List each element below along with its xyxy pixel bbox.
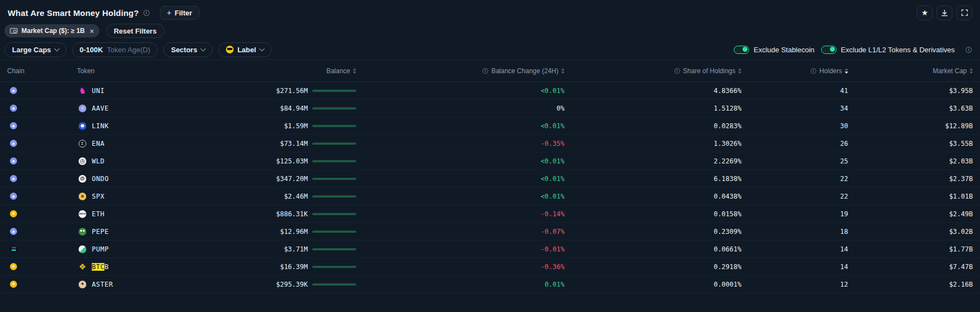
close-icon[interactable]: × xyxy=(90,27,94,35)
table-body: ◆ ♞ UNI $271.56M <0.01% 4.8366% 41 $3.95… xyxy=(0,82,980,293)
share-of-holdings-value: 1.3026% xyxy=(564,140,741,147)
holders-value: 26 xyxy=(741,140,848,147)
aave-token-icon: ☺ xyxy=(79,105,86,112)
favorite-button[interactable]: ★ xyxy=(917,6,933,20)
table-row[interactable]: ◆ @ ONDO $347.20M <0.01% 6.1838% 22 $2.3… xyxy=(0,170,980,188)
sectors-label: Sectors xyxy=(171,46,197,54)
aster-token-icon: ✦ xyxy=(79,281,86,288)
token-symbol: SPX xyxy=(92,193,104,200)
column-header-holders[interactable]: i Holders xyxy=(741,67,848,75)
balance-bar xyxy=(312,125,356,127)
chain-cell: ◆ xyxy=(7,87,77,94)
token-cell[interactable]: ❖ BTCB xyxy=(77,263,247,271)
market-cap-value: $7.47B xyxy=(848,263,973,271)
table-row[interactable]: PUMP $3.71M -0.01% 0.0661% 14 $1.77B xyxy=(0,240,980,258)
balance-bar-cell xyxy=(308,178,356,180)
exclude-l1l2-toggle-group: Exclude L1/L2 Tokens & Derivatives xyxy=(821,46,955,54)
ethereum-chain-icon: ◆ xyxy=(10,157,17,165)
token-age-filter[interactable]: 0-100K Token Age(D) xyxy=(72,42,158,57)
token-cell[interactable]: Σ ENA xyxy=(77,140,247,147)
label-dropdown[interactable]: Label xyxy=(218,42,272,57)
table-row[interactable]: ◆ Σ ENA $73.14M -0.35% 1.3026% 26 $3.55B xyxy=(0,135,980,152)
uni-token-icon: ♞ xyxy=(79,87,86,95)
market-cap-value: $12.89B xyxy=(848,122,973,130)
share-info-icon[interactable]: i xyxy=(674,68,680,74)
holders-info-icon[interactable]: i xyxy=(810,68,817,74)
add-filter-button[interactable]: + Filter xyxy=(160,6,200,20)
share-of-holdings-value: 2.2269% xyxy=(564,157,741,165)
column-header-share-of-holdings[interactable]: i Share of Holdings xyxy=(564,67,741,75)
market-cap-size-dropdown[interactable]: Large Caps xyxy=(4,42,67,57)
table-row[interactable]: ◆ ☻ SPX $2.46M <0.01% 0.0438% 22 $1.01B xyxy=(0,188,980,205)
market-cap-value: $3.02B xyxy=(848,228,973,236)
token-cell[interactable]: PEPE xyxy=(77,228,247,236)
balance-bar xyxy=(312,195,356,198)
balance-bar xyxy=(312,160,356,162)
balance-value: $84.94M xyxy=(247,105,308,112)
holders-value: 34 xyxy=(741,105,848,112)
sort-icon[interactable] xyxy=(970,68,973,74)
chain-cell: ◆ xyxy=(7,228,77,235)
token-cell[interactable]: ☺ AAVE xyxy=(77,105,247,112)
table-row[interactable]: ❖ WETH ETH $886.31K -0.14% 0.0158% 19 $2… xyxy=(0,205,980,223)
share-of-holdings-value: 0.0283% xyxy=(564,122,741,130)
token-symbol: LINK xyxy=(92,122,109,130)
token-cell[interactable]: PUMP xyxy=(77,245,247,253)
market-cap-value: $3.63B xyxy=(848,105,973,112)
chain-cell xyxy=(7,245,77,253)
smart-money-dashboard: What Are Smart Money Holding? i + Filter… xyxy=(0,0,980,312)
table-row[interactable]: ◆ ♞ UNI $271.56M <0.01% 4.8366% 41 $3.95… xyxy=(0,82,980,100)
l1l2-info-icon[interactable]: i xyxy=(965,46,972,53)
token-cell[interactable]: ♞ UNI xyxy=(77,87,247,95)
token-symbol: WLD xyxy=(92,157,104,165)
token-cell[interactable]: ☻ SPX xyxy=(77,193,247,200)
token-cell[interactable]: ✦ ASTER xyxy=(77,281,247,288)
table-row[interactable]: ◆ ◎ WLD $125.03M <0.01% 2.2269% 25 $2.03… xyxy=(0,152,980,170)
market-cap-value: $2.49B xyxy=(848,210,973,218)
fullscreen-button[interactable] xyxy=(956,6,972,20)
share-of-holdings-value: 0.2918% xyxy=(564,263,741,271)
exclude-l1l2-label: Exclude L1/L2 Tokens & Derivatives xyxy=(841,46,955,54)
toggles-group: Exclude Stablecoin Exclude L1/L2 Tokens … xyxy=(734,46,972,54)
token-cell[interactable]: LINK xyxy=(77,122,247,130)
column-header-balance[interactable]: Balance xyxy=(247,67,356,75)
ethereum-chain-icon: ◆ xyxy=(10,87,17,94)
holders-value: 22 xyxy=(741,193,848,200)
table-row[interactable]: ❖ ❖ BTCB $16.39M -0.36% 0.2918% 14 $7.47… xyxy=(0,258,980,276)
balance-change-info-icon[interactable]: i xyxy=(482,68,489,74)
title-info-icon[interactable]: i xyxy=(143,9,150,17)
balance-bar-cell xyxy=(308,143,356,145)
balance-bar-cell xyxy=(308,213,356,215)
share-of-holdings-value: 0.2309% xyxy=(564,228,741,236)
token-cell[interactable]: ◎ WLD xyxy=(77,157,247,165)
link-token-icon xyxy=(79,122,86,130)
ethereum-chain-icon: ◆ xyxy=(10,175,17,182)
share-of-holdings-value: 6.1838% xyxy=(564,175,741,183)
balance-change-value: <0.01% xyxy=(356,175,564,183)
column-header-balance-change[interactable]: i Balance Change (24H) xyxy=(356,67,564,75)
reset-filters-button[interactable]: Reset Filters xyxy=(106,24,164,38)
sectors-dropdown[interactable]: Sectors xyxy=(163,42,213,57)
token-cell[interactable]: @ ONDO xyxy=(77,175,247,183)
exclude-stablecoin-toggle[interactable] xyxy=(734,46,749,54)
download-button[interactable] xyxy=(937,6,953,20)
column-header-market-cap[interactable]: Market Cap xyxy=(848,67,973,75)
table-row[interactable]: ◆ ☺ AAVE $84.94M 0% 1.5128% 34 $3.63B xyxy=(0,100,980,117)
table-row[interactable]: ❖ ✦ ASTER $295.39K 0.01% 0.0001% 12 $2.1… xyxy=(0,276,980,293)
table-row[interactable]: ◆ PEPE $12.96M -0.07% 0.2309% 18 $3.02B xyxy=(0,223,980,240)
share-of-holdings-value: 4.8366% xyxy=(564,87,741,95)
balance-bar-cell xyxy=(308,231,356,233)
exclude-stablecoin-label: Exclude Stablecoin xyxy=(754,46,815,54)
chain-cell: ◆ xyxy=(7,175,77,182)
holders-value: 18 xyxy=(741,228,848,236)
ena-token-icon: Σ xyxy=(79,140,86,147)
column-header-chain: Chain xyxy=(7,67,77,75)
token-cell[interactable]: WETH ETH xyxy=(77,210,247,218)
exclude-l1l2-toggle[interactable] xyxy=(821,46,837,54)
balance-value: $295.39K xyxy=(247,281,308,288)
table-row[interactable]: ◆ LINK $1.59M <0.01% 0.0283% 30 $12.89B xyxy=(0,117,980,135)
holders-value: 41 xyxy=(741,87,848,95)
market-cap-filter-chip[interactable]: Market Cap ($): ≥ 1B × xyxy=(4,24,99,37)
balance-bar xyxy=(312,213,356,215)
page-title: What Are Smart Money Holding? xyxy=(8,8,139,18)
